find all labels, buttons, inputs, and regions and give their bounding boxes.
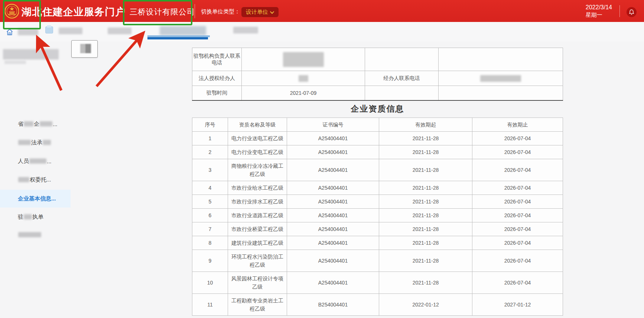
qual-cert-no-cell: A254004401 — [287, 159, 379, 181]
unit-type-dropdown[interactable]: 设计单位 — [241, 7, 279, 17]
qual-index-cell: 1 — [192, 132, 228, 145]
header-divider-2 — [619, 5, 620, 17]
redacted-value — [283, 52, 324, 67]
qual-index-cell: 8 — [192, 236, 228, 250]
qual-column-header: 有效期止 — [472, 118, 563, 132]
qual-valid-to-cell: 2026-07-04 — [472, 272, 563, 294]
sidebar-item-label: 执单 — [32, 213, 43, 221]
sidebar-item-redacted-4[interactable]: 权委托... — [0, 171, 82, 189]
page-title: 湖北住建企业服务门户 — [22, 5, 126, 19]
top-nav-tabs — [0, 22, 644, 41]
qual-table-row: 4市政行业给水工程乙级A2540044012021-11-282026-07-0… — [192, 181, 563, 195]
qual-valid-from-cell: 2021-11-28 — [379, 272, 472, 294]
sidebar-subheading-redacted — [4, 61, 26, 64]
qual-index-cell: 11 — [192, 294, 228, 316]
qual-column-header: 资质名称及等级 — [228, 118, 287, 132]
nav-tab-redacted-1[interactable] — [18, 28, 38, 35]
qual-valid-to-cell: 2026-07-04 — [472, 250, 563, 272]
nav-tab-redacted-4[interactable] — [233, 27, 258, 33]
company-name: 三桥设计有限公司 — [130, 7, 195, 17]
redacted-value — [299, 75, 308, 82]
sidebar-item-label: ... — [53, 121, 58, 127]
qual-valid-to-cell: 2026-07-04 — [472, 181, 563, 195]
qual-valid-to-cell: 2026-07-04 — [472, 209, 563, 222]
chevron-down-icon — [270, 9, 274, 13]
qual-index-cell: 2 — [192, 145, 228, 159]
qual-table-row: 10风景园林工程设计专项乙级A2540044012021-11-282026-0… — [192, 272, 563, 294]
document-icon[interactable] — [45, 26, 53, 33]
qual-index-cell: 3 — [192, 159, 228, 181]
sidebar-item-company-basic-info[interactable]: 企业基本信息... — [0, 190, 71, 208]
qual-name-cell: 电力行业送电工程乙级 — [228, 132, 287, 145]
thumbnail-image-redacted — [80, 44, 91, 53]
qual-valid-from-cell: 2021-11-28 — [379, 195, 472, 209]
redacted-text-block — [18, 140, 31, 145]
qual-cert-no-cell: A254004401 — [287, 250, 379, 272]
qual-table-row: 5市政行业排水工程乙级A2540044012021-11-282026-07-0… — [192, 195, 563, 209]
info-label-cell: 驻鄂时间 — [192, 86, 242, 100]
sidebar-item-redacted-7[interactable] — [0, 226, 82, 244]
info-table-row: 驻鄂机构负责人联系电话 — [192, 48, 563, 71]
company-contact-info-table: 驻鄂机构负责人联系电话法人授权经办人经办人联系电话驻鄂时间2021-07-09 — [192, 48, 563, 101]
redacted-value — [480, 75, 521, 82]
sidebar-item-label: 权委托... — [30, 176, 51, 183]
qualification-table: 序号资质名称及等级证书编号有效期起有效期止 1电力行业送电工程乙级A254004… — [192, 118, 563, 316]
qual-valid-from-cell: 2021-11-28 — [379, 181, 472, 195]
info-value-cell-2 — [439, 71, 563, 86]
redacted-text-block — [24, 214, 32, 219]
qual-name-cell: 商物粮行业冷冻冷藏工程乙级 — [228, 159, 287, 181]
info-label-cell-2 — [365, 86, 439, 100]
qual-table-row: 8建筑行业建筑工程乙级A2540044012021-11-282026-07-0… — [192, 236, 563, 250]
qualification-table-header: 序号资质名称及等级证书编号有效期起有效期止 — [192, 118, 563, 132]
info-value-cell: 2021-07-09 — [242, 86, 365, 100]
sidebar-item-label: 法承 — [31, 139, 42, 146]
date-display: 2022/3/14 星期一 — [586, 4, 612, 19]
sidebar-item-redacted-6[interactable]: 驻执单 — [0, 208, 82, 226]
sidebar-item-label: 企业基本信息... — [18, 195, 56, 202]
qual-index-cell: 5 — [192, 195, 228, 209]
info-label-cell-2: 经办人联系电话 — [365, 71, 439, 86]
sidebar-item-redacted-3[interactable]: 人员... — [0, 152, 82, 170]
qual-valid-from-cell: 2022-01-12 — [379, 294, 472, 316]
info-label-cell: 驻鄂机构负责人联系电话 — [192, 48, 242, 71]
qual-cert-no-cell: A254004401 — [287, 181, 379, 195]
unit-type-value: 设计单位 — [246, 9, 268, 16]
qual-table-row: 7市政行业桥梁工程乙级A2540044012021-11-282026-07-0… — [192, 222, 563, 236]
qual-cert-no-cell: A254004401 — [287, 195, 379, 209]
nav-tab-redacted-2[interactable] — [59, 28, 82, 34]
nav-tab-active-redacted[interactable] — [160, 26, 206, 35]
sidebar-item-label: ... — [47, 158, 52, 164]
qual-name-cell: 风景园林工程设计专项乙级 — [228, 272, 287, 294]
qual-column-header: 序号 — [192, 118, 228, 132]
notification-bell-button[interactable] — [627, 7, 637, 17]
header-divider — [195, 4, 195, 18]
redacted-text-block — [43, 140, 51, 145]
sidebar-item-redacted-1[interactable]: 省企... — [0, 115, 82, 133]
qual-table-row: 2电力行业变电工程乙级A2540044012021-11-282026-07-0… — [192, 145, 563, 159]
bell-icon — [629, 9, 634, 15]
sidebar-heading-redacted — [3, 49, 59, 60]
qual-cert-no-cell: B254004401 — [287, 294, 379, 316]
info-value-cell — [242, 48, 365, 71]
qual-name-cell: 市政行业给水工程乙级 — [228, 181, 287, 195]
sidebar: 省企...法承人员...权委托...企业基本信息...驻执单 — [0, 41, 111, 318]
qual-name-cell: 市政行业桥梁工程乙级 — [228, 222, 287, 236]
sidebar-item-label: 省 — [18, 121, 23, 128]
sidebar-item-redacted-2[interactable]: 法承 — [0, 134, 82, 151]
nav-tab-redacted-3[interactable] — [108, 28, 131, 34]
qual-valid-from-cell: 2021-11-28 — [379, 250, 472, 272]
info-value-cell-2 — [439, 86, 563, 100]
info-table-row: 驻鄂时间2021-07-09 — [192, 86, 563, 100]
redacted-text-block — [24, 121, 33, 126]
qual-cert-no-cell: A254004401 — [287, 272, 379, 294]
qual-index-cell: 6 — [192, 209, 228, 222]
home-icon[interactable] — [6, 28, 13, 36]
qual-table-row: 3商物粮行业冷冻冷藏工程乙级A2540044012021-11-282026-0… — [192, 159, 563, 181]
qual-valid-from-cell: 2021-11-28 — [379, 159, 472, 181]
qual-table-row: 9环境工程水污染防治工程乙级A2540044012021-11-282026-0… — [192, 250, 563, 272]
qual-name-cell: 环境工程水污染防治工程乙级 — [228, 250, 287, 272]
qual-name-cell: 市政行业排水工程乙级 — [228, 195, 287, 209]
qual-valid-from-cell: 2021-11-28 — [379, 209, 472, 222]
qual-index-cell: 9 — [192, 250, 228, 272]
qual-name-cell: 市政行业道路工程乙级 — [228, 209, 287, 222]
